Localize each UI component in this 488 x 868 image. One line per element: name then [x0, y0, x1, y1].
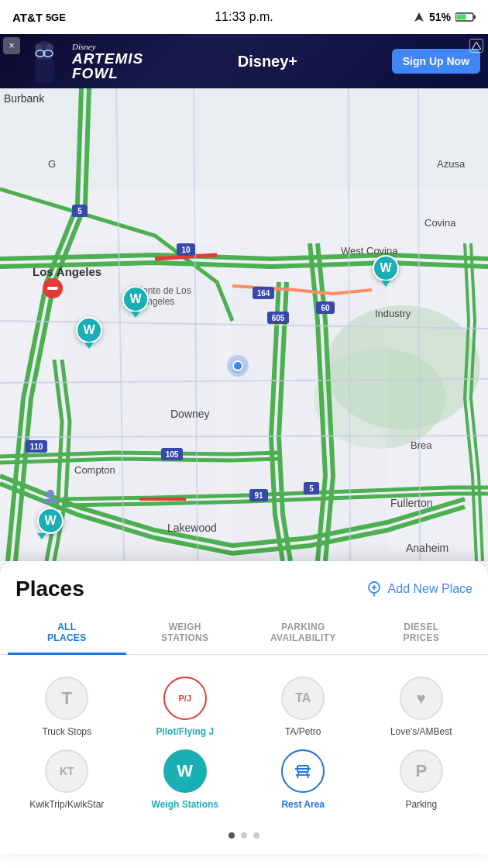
rest-area-label: Rest Area — [281, 799, 325, 810]
category-rest-area[interactable]: Rest Area — [244, 743, 363, 816]
category-loves-ambest[interactable]: ♥ Love's/AMBest — [363, 670, 481, 743]
user-location-dot — [227, 355, 249, 377]
add-place-icon — [365, 580, 383, 598]
svg-text:G: G — [48, 158, 56, 170]
svg-text:Lakewood: Lakewood — [167, 522, 217, 534]
no-entry-pin-la[interactable] — [43, 278, 63, 298]
svg-text:Fullerton: Fullerton — [390, 497, 432, 509]
svg-text:Los Ángeles: Los Ángeles — [33, 265, 101, 278]
svg-text:164: 164 — [257, 289, 270, 298]
battery-icon — [455, 12, 476, 22]
ta-petro-label: TA/Petro — [285, 726, 321, 737]
battery-label: 51% — [429, 11, 451, 23]
svg-text:Azusa: Azusa — [437, 158, 466, 170]
tab-all-places[interactable]: ALLPLACES — [8, 614, 126, 655]
svg-text:10: 10 — [181, 246, 191, 254]
signup-button[interactable]: Sign Up Now — [392, 49, 480, 74]
map-container[interactable]: 5 10 164 60 605 110 105 91 5 405 605 — [0, 88, 488, 561]
location-arrow-icon — [414, 12, 424, 22]
ad-close-button[interactable]: × — [3, 37, 20, 54]
pilot-flying-j-icon: P/J — [163, 677, 207, 720]
category-kwiktrip[interactable]: KT KwikTrip/KwikStar — [8, 743, 126, 816]
svg-text:Industry: Industry — [375, 308, 411, 319]
parking-icon: P — [400, 749, 443, 793]
parking-label: Parking — [405, 799, 437, 810]
category-weigh-stations[interactable]: W Weigh Stations — [126, 743, 245, 816]
svg-rect-5 — [35, 60, 54, 83]
svg-text:110: 110 — [30, 443, 43, 451]
category-grid: T Truck Stops P/J Pilot/Flying J TA TA/P… — [0, 655, 488, 825]
svg-text:Brea: Brea — [411, 439, 432, 451]
svg-text:605: 605 — [272, 314, 285, 322]
rest-area-icon — [281, 749, 325, 793]
kwiktrip-icon: KT — [45, 749, 88, 793]
places-title: Places — [15, 577, 84, 601]
truck-stops-label: Truck Stops — [42, 726, 91, 737]
bottom-panel: Places Add New Place ALLPLACES WEIGHSTAT… — [0, 561, 488, 854]
page-dots — [0, 825, 488, 854]
dot-2 — [241, 832, 247, 839]
disney-plus-label: Disney+ — [143, 53, 392, 71]
ad-title-label: ARTEMIS — [72, 51, 143, 66]
svg-text:60: 60 — [321, 304, 330, 312]
places-header: Places Add New Place — [0, 577, 488, 614]
w-pin-montedelos[interactable]: W — [122, 286, 149, 319]
weigh-stations-icon: W — [163, 749, 207, 793]
ad-character-icon — [23, 36, 66, 87]
svg-rect-3 — [457, 15, 466, 20]
svg-text:105: 105 — [166, 450, 179, 459]
ta-petro-icon: TA — [281, 677, 325, 720]
pilot-flying-j-label: Pilot/Flying J — [156, 726, 214, 737]
loves-ambest-label: Love's/AMBest — [390, 726, 452, 737]
tab-parking-availability[interactable]: PARKINGAVAILABILITY — [244, 614, 363, 655]
add-place-label: Add New Place — [388, 582, 473, 596]
ad-banner[interactable]: × Disney ARTEMIS FOWL Disney+ Sign Up No… — [0, 34, 488, 88]
svg-text:Compton: Compton — [74, 464, 115, 476]
w-pin-westcovina[interactable]: W — [372, 255, 400, 288]
svg-text:91: 91 — [254, 491, 263, 500]
network-label: 5GE — [46, 12, 66, 23]
loves-ambest-icon: ♥ — [400, 677, 443, 720]
svg-text:Downey: Downey — [170, 408, 210, 420]
category-ta-petro[interactable]: TA TA/Petro — [244, 670, 363, 743]
truck-stops-icon: T — [45, 677, 88, 720]
ad-info-icon[interactable] — [469, 39, 483, 53]
svg-rect-2 — [474, 16, 476, 19]
tabs-row: ALLPLACES WEIGHSTATIONS PARKINGAVAILABIL… — [0, 614, 488, 655]
svg-text:Burbank: Burbank — [4, 92, 45, 105]
truck-stops-letter: T — [62, 688, 72, 708]
w-pin-compton[interactable]: W — [75, 317, 103, 350]
status-right: 51% — [414, 11, 476, 23]
map-svg: 5 10 164 60 605 110 105 91 5 405 605 — [0, 88, 488, 561]
svg-marker-10 — [472, 42, 481, 50]
tab-weigh-stations[interactable]: WEIGHSTATIONS — [126, 614, 245, 655]
status-time: 11:33 p.m. — [215, 10, 273, 24]
status-left: AT&T 5GE — [12, 11, 66, 24]
tab-diesel-prices[interactable]: DIESELPRICES — [363, 614, 481, 655]
category-pilot-flying-j[interactable]: P/J Pilot/Flying J — [126, 670, 245, 743]
svg-text:Anaheim: Anaheim — [406, 542, 448, 554]
add-place-button[interactable]: Add New Place — [365, 580, 473, 598]
status-bar: AT&T 5GE 11:33 p.m. 51% — [0, 0, 488, 34]
weigh-stations-label: Weigh Stations — [152, 799, 218, 810]
dot-3 — [253, 832, 259, 839]
svg-marker-0 — [414, 12, 424, 22]
carrier-label: AT&T — [12, 11, 43, 24]
svg-text:5: 5 — [309, 484, 314, 493]
svg-text:5: 5 — [77, 207, 82, 215]
category-parking[interactable]: P Parking — [363, 743, 481, 816]
person-icon — [41, 487, 60, 506]
category-truck-stops[interactable]: T Truck Stops — [8, 670, 126, 743]
kwiktrip-label: KwikTrip/KwikStar — [29, 799, 104, 810]
ad-logo-area: Disney ARTEMIS FOWL — [72, 42, 143, 81]
ad-subtitle-label: FOWL — [72, 66, 119, 81]
w-pin-person[interactable]: W — [37, 487, 64, 539]
svg-text:Covina: Covina — [424, 217, 456, 229]
dot-1 — [229, 832, 235, 839]
svg-point-69 — [46, 490, 54, 498]
